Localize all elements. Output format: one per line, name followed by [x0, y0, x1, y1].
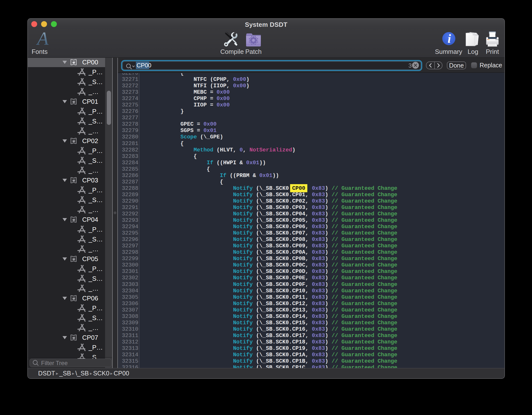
svg-text:i: i [448, 32, 451, 45]
svg-text:A: A [36, 31, 49, 47]
